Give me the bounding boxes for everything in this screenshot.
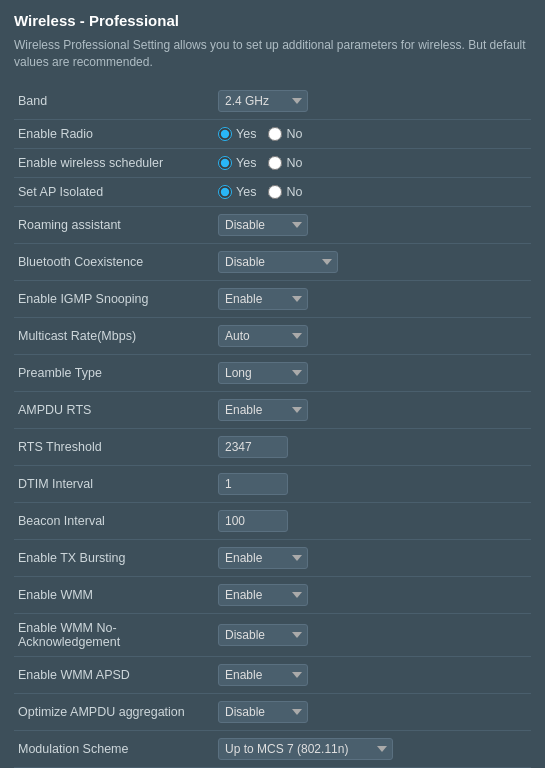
row-label: Enable WMM No-Acknowledgement [14, 613, 214, 656]
radio-input-no[interactable] [268, 156, 282, 170]
table-row: DTIM Interval [14, 465, 531, 502]
row-control[interactable]: EnableDisable [214, 656, 531, 693]
select-modulation-scheme[interactable]: Up to MCS 7 (802.11n)Up to MCS 8 (802.11… [218, 738, 393, 760]
radio-input-yes[interactable] [218, 185, 232, 199]
radio-group-enable-radio: YesNo [218, 127, 527, 141]
select-preamble-type[interactable]: LongShort [218, 362, 308, 384]
radio-label: Yes [236, 185, 256, 199]
table-row: Enable WMM No-AcknowledgementDisableEnab… [14, 613, 531, 656]
table-row: Enable wireless schedulerYesNo [14, 148, 531, 177]
row-label: Multicast Rate(Mbps) [14, 317, 214, 354]
table-row: Set AP IsolatedYesNo [14, 177, 531, 206]
row-control[interactable]: EnableDisable [214, 539, 531, 576]
row-label: Bluetooth Coexistence [14, 243, 214, 280]
row-label: Modulation Scheme [14, 730, 214, 767]
radio-label: No [286, 127, 302, 141]
select-enable-tx-bursting[interactable]: EnableDisable [218, 547, 308, 569]
row-control[interactable]: Up to MCS 7 (802.11n)Up to MCS 8 (802.11… [214, 730, 531, 767]
row-control[interactable]: DisableEnable [214, 206, 531, 243]
row-control[interactable]: EnableDisable [214, 391, 531, 428]
row-label: Enable wireless scheduler [14, 148, 214, 177]
row-label: Preamble Type [14, 354, 214, 391]
select-bluetooth-coexistence[interactable]: DisableEnable [218, 251, 338, 273]
row-control[interactable]: Auto125.511 [214, 317, 531, 354]
table-row: Preamble TypeLongShort [14, 354, 531, 391]
select-enable-igmp-snooping[interactable]: EnableDisable [218, 288, 308, 310]
table-row: Roaming assistantDisableEnable [14, 206, 531, 243]
row-label: AMPDU RTS [14, 391, 214, 428]
radio-label: No [286, 156, 302, 170]
table-row: Optimize AMPDU aggregationDisableEnable [14, 693, 531, 730]
select-enable-wmm-apsd[interactable]: EnableDisable [218, 664, 308, 686]
row-label: Optimize AMPDU aggregation [14, 693, 214, 730]
row-label: Beacon Interval [14, 502, 214, 539]
radio-group-enable-wireless-scheduler: YesNo [218, 156, 527, 170]
table-row: Beacon Interval [14, 502, 531, 539]
select-enable-wmm[interactable]: EnableDisable [218, 584, 308, 606]
table-row: AMPDU RTSEnableDisable [14, 391, 531, 428]
radio-option[interactable]: Yes [218, 156, 256, 170]
row-control[interactable] [214, 428, 531, 465]
row-label: Enable WMM [14, 576, 214, 613]
radio-label: Yes [236, 156, 256, 170]
row-control[interactable]: DisableEnable [214, 243, 531, 280]
radio-option[interactable]: No [268, 156, 302, 170]
row-label: Enable Radio [14, 119, 214, 148]
row-control[interactable]: DisableEnable [214, 613, 531, 656]
row-label: Roaming assistant [14, 206, 214, 243]
table-row: Bluetooth CoexistenceDisableEnable [14, 243, 531, 280]
table-row: Multicast Rate(Mbps)Auto125.511 [14, 317, 531, 354]
table-row: Enable WMM APSDEnableDisable [14, 656, 531, 693]
radio-input-no[interactable] [268, 127, 282, 141]
table-row: Enable RadioYesNo [14, 119, 531, 148]
select-enable-wmm-no-acknowledgement[interactable]: DisableEnable [218, 624, 308, 646]
row-control[interactable]: YesNo [214, 177, 531, 206]
select-band[interactable]: 2.4 GHz5 GHz [218, 90, 308, 112]
page-title: Wireless - Professional [14, 12, 531, 29]
row-control[interactable]: LongShort [214, 354, 531, 391]
table-row: Modulation SchemeUp to MCS 7 (802.11n)Up… [14, 730, 531, 767]
row-label: Enable TX Bursting [14, 539, 214, 576]
text-input-beacon-interval[interactable] [218, 510, 288, 532]
row-control[interactable]: 2.4 GHz5 GHz [214, 83, 531, 120]
table-row: RTS Threshold [14, 428, 531, 465]
row-control[interactable]: EnableDisable [214, 576, 531, 613]
page-description: Wireless Professional Setting allows you… [14, 37, 531, 71]
select-roaming-assistant[interactable]: DisableEnable [218, 214, 308, 236]
row-control[interactable]: YesNo [214, 119, 531, 148]
page-container: Wireless - Professional Wireless Profess… [0, 0, 545, 768]
table-row: Band2.4 GHz5 GHz [14, 83, 531, 120]
select-multicast-rate(mbps)[interactable]: Auto125.511 [218, 325, 308, 347]
row-control[interactable]: YesNo [214, 148, 531, 177]
table-row: Enable TX BurstingEnableDisable [14, 539, 531, 576]
radio-label: Yes [236, 127, 256, 141]
row-label: Band [14, 83, 214, 120]
table-row: Enable IGMP SnoopingEnableDisable [14, 280, 531, 317]
settings-table: Band2.4 GHz5 GHzEnable RadioYesNoEnable … [14, 83, 531, 768]
radio-option[interactable]: No [268, 185, 302, 199]
radio-input-yes[interactable] [218, 127, 232, 141]
radio-option[interactable]: Yes [218, 127, 256, 141]
select-ampdu-rts[interactable]: EnableDisable [218, 399, 308, 421]
text-input-rts-threshold[interactable] [218, 436, 288, 458]
text-input-dtim-interval[interactable] [218, 473, 288, 495]
row-control[interactable]: EnableDisable [214, 280, 531, 317]
radio-option[interactable]: Yes [218, 185, 256, 199]
row-control[interactable]: DisableEnable [214, 693, 531, 730]
row-control[interactable] [214, 502, 531, 539]
select-optimize-ampdu-aggregation[interactable]: DisableEnable [218, 701, 308, 723]
row-label: Enable IGMP Snooping [14, 280, 214, 317]
row-label: RTS Threshold [14, 428, 214, 465]
radio-group-set-ap-isolated: YesNo [218, 185, 527, 199]
row-control[interactable] [214, 465, 531, 502]
radio-input-yes[interactable] [218, 156, 232, 170]
radio-input-no[interactable] [268, 185, 282, 199]
radio-option[interactable]: No [268, 127, 302, 141]
table-row: Enable WMMEnableDisable [14, 576, 531, 613]
radio-label: No [286, 185, 302, 199]
row-label: Enable WMM APSD [14, 656, 214, 693]
row-label: DTIM Interval [14, 465, 214, 502]
row-label: Set AP Isolated [14, 177, 214, 206]
